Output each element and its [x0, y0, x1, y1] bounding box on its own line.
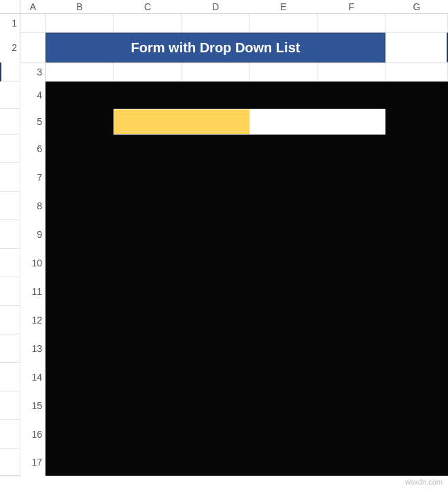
cell-B2-border[interactable] [385, 33, 448, 63]
row-header-14[interactable]: 14 [20, 363, 46, 391]
col-header-F[interactable]: F [317, 0, 385, 14]
cell-A5[interactable] [0, 135, 20, 163]
row-header-9[interactable]: 9 [20, 220, 46, 249]
form-label-box [114, 109, 249, 135]
row-header-4[interactable]: 4 [20, 82, 46, 109]
col-header-C[interactable]: C [114, 0, 182, 14]
cell-A2[interactable] [20, 33, 46, 63]
cell-A8[interactable] [0, 220, 20, 249]
row-header-8[interactable]: 8 [20, 192, 46, 220]
row-header-6[interactable]: 6 [20, 135, 46, 163]
cell-G3[interactable] [0, 82, 20, 109]
cell-A15[interactable] [0, 420, 20, 449]
col-header-E[interactable]: E [249, 0, 317, 14]
row-header-7[interactable]: 7 [20, 163, 46, 192]
cell-A6[interactable] [0, 163, 20, 192]
form-dropdown-input[interactable] [249, 109, 385, 135]
cell-A17[interactable] [0, 476, 20, 476]
cell-A11[interactable] [0, 306, 20, 334]
col-header-G[interactable]: G [385, 0, 448, 14]
cell-G2-right[interactable] [0, 63, 20, 82]
col-header-D[interactable]: D [182, 0, 249, 14]
cell-A10[interactable] [0, 277, 20, 306]
row-header-15[interactable]: 15 [20, 391, 46, 420]
col-header-A[interactable]: A [20, 0, 46, 14]
spreadsheet-grid: A B C D E F G 1 2 Form with Drop Down Li… [0, 0, 448, 476]
row-header-12[interactable]: 12 [20, 306, 46, 334]
cell-A16[interactable] [0, 449, 20, 476]
col-header-B[interactable]: B [46, 0, 114, 14]
cell-A4[interactable] [0, 109, 20, 135]
row-header-13[interactable]: 13 [20, 334, 46, 363]
cell-A3[interactable] [46, 63, 114, 82]
cell-A7[interactable] [0, 192, 20, 220]
row-header-1[interactable]: 1 [0, 14, 20, 33]
cell-D1[interactable] [182, 14, 249, 33]
watermark: wsxdn.com [405, 478, 443, 486]
row-header-2[interactable]: 2 [0, 33, 20, 63]
cell-E1[interactable] [249, 14, 317, 33]
cell-C3[interactable] [182, 63, 249, 82]
row-header-16[interactable]: 16 [20, 420, 46, 449]
cell-A13[interactable] [0, 363, 20, 391]
cell-A12[interactable] [0, 334, 20, 363]
row-header-3[interactable]: 3 [20, 63, 46, 82]
cell-G1[interactable] [385, 14, 448, 33]
row-header-11[interactable]: 11 [20, 277, 46, 306]
cell-A9[interactable] [0, 249, 20, 277]
row-header-17[interactable]: 17 [20, 449, 46, 476]
cell-C1[interactable] [114, 14, 182, 33]
title-banner: Form with Drop Down List [46, 33, 385, 63]
select-all-corner[interactable] [0, 0, 20, 14]
form-black-area [46, 82, 448, 476]
cell-D3[interactable] [249, 63, 317, 82]
cell-E3[interactable] [317, 63, 385, 82]
row-header-10[interactable]: 10 [20, 249, 46, 277]
cell-A1[interactable] [20, 14, 46, 33]
cell-B1[interactable] [46, 14, 114, 33]
row-header-5[interactable]: 5 [20, 109, 46, 135]
cell-B3[interactable] [114, 63, 182, 82]
cell-F1[interactable] [317, 14, 385, 33]
cell-F3[interactable] [385, 63, 448, 82]
cell-A14[interactable] [0, 391, 20, 420]
